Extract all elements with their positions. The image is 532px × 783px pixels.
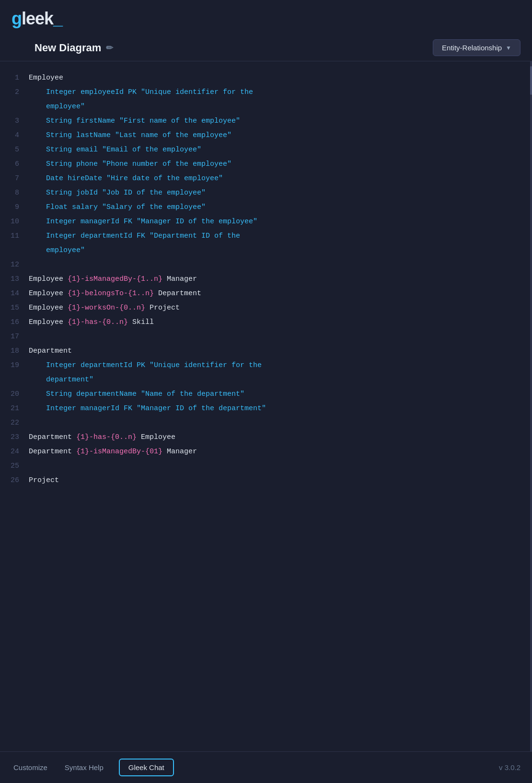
line-content: Employee [29,72,532,84]
code-token: Integer departmentId FK "Department ID o… [29,232,227,240]
line-content: Department {1}-isManagedBy-{01} Manager [29,446,532,458]
code-token: Float salary "Salary of the employee" [29,203,206,211]
code-token: String phone "Phone number of the employ… [29,160,231,168]
line-number: 21 [0,403,29,415]
code-editor[interactable]: 1Employee2 Integer employeeId PK "Unique… [0,61,532,751]
code-token: Employee [29,289,68,298]
line-content: department" [29,374,532,386]
table-row: 1Employee [0,71,532,85]
table-row: employee" [0,243,532,258]
code-token: Integer departmentId PK "Unique identifi… [29,361,249,369]
scroll-thumb [530,66,532,95]
line-content: String phone "Phone number of the employ… [29,158,532,171]
code-token: {1}-has-{0..n} [76,433,137,441]
line-number: 11 [0,230,29,242]
code-token: the [240,88,253,96]
line-content: Department {1}-has-{0..n} Employee [29,431,532,444]
code-token: Manager [162,275,197,283]
scrollbar[interactable] [530,61,532,751]
logo-text: gleek_ [12,9,62,29]
table-row: 3 String firstName "First name of the em… [0,114,532,128]
code-token: Skill [128,318,154,326]
line-content: Integer departmentId FK "Department ID o… [29,230,532,242]
logo: gleek_ [12,9,62,29]
table-row: 17 [0,330,532,344]
line-number: 13 [0,273,29,286]
diagram-title-text: New Diagram [35,42,101,54]
code-token: {1}-worksOn-{0..n} [68,304,145,312]
logo-rest: leek [22,9,53,28]
table-row: 26Project [0,473,532,488]
code-token: employee" [29,246,85,254]
code-token: Department [154,289,201,298]
code-lines: 1Employee2 Integer employeeId PK "Unique… [0,71,532,488]
line-number: 24 [0,446,29,458]
edit-icon[interactable]: ✏ [106,43,113,53]
code-token: Integer employeeId PK "Unique identifier… [29,88,240,96]
line-number: 16 [0,316,29,329]
code-token: Project [29,476,59,484]
line-number: 26 [0,474,29,487]
code-token: {1}-has-{0..n} [68,318,128,326]
line-content: String jobId "Job ID of the employee" [29,187,532,199]
diagram-title: New Diagram ✏ [35,42,113,54]
line-content: String firstName "First name of the empl… [29,115,532,127]
code-token: Integer managerId FK "Manager ID of the … [29,218,257,226]
code-token: String lastName "Last name of the employ… [29,131,231,139]
footer: Customize Syntax Help Gleek Chat v 3.0.2 [0,751,532,783]
code-token: String email "Email of the employee" [29,146,201,154]
table-row: 18Department [0,344,532,358]
code-token: Department [29,448,76,456]
table-row: 7 Date hireDate "Hire date of the employ… [0,172,532,186]
syntax-help-button[interactable]: Syntax Help [63,760,105,775]
line-content: String departmentName "Name of the depar… [29,388,532,401]
line-number: 19 [0,359,29,372]
line-content: Employee {1}-worksOn-{0..n} Project [29,302,532,314]
line-number: 18 [0,345,29,357]
code-token: String departmentName "Name of [29,390,180,398]
line-content: Employee {1}-isManagedBy-{1..n} Manager [29,273,532,286]
diagram-type-button[interactable]: Entity-Relationship ▼ [433,39,520,56]
table-row: 15Employee {1}-worksOn-{0..n} Project [0,301,532,315]
table-row: 21 Integer managerId FK "Manager ID of t… [0,402,532,416]
table-row: 10 Integer managerId FK "Manager ID of t… [0,215,532,229]
line-number: 12 [0,259,29,271]
line-content: employee" [29,101,532,113]
line-number: 23 [0,431,29,444]
line-content: Integer employeeId PK "Unique identifier… [29,86,532,99]
line-number: 17 [0,331,29,343]
code-token: the [227,232,240,240]
code-token: String firstName "First name of [29,117,184,125]
line-content: employee" [29,244,532,257]
customize-button[interactable]: Customize [12,760,49,775]
table-row: 13Employee {1}-isManagedBy-{1..n} Manage… [0,272,532,287]
table-row: 9 Float salary "Salary of the employee" [0,200,532,215]
logo-g: g [12,9,22,28]
code-token: {1}-isManagedBy-{01} [76,448,162,456]
gleek-chat-button[interactable]: Gleek Chat [119,759,174,776]
line-content: Project [29,474,532,487]
code-token: department" [29,376,93,384]
line-number: 7 [0,173,29,185]
code-token: the [249,361,262,369]
code-token: {1}-belongsTo-{1..n} [68,289,154,298]
line-number: 15 [0,302,29,314]
code-token: department" [193,390,244,398]
line-content: Integer departmentId PK "Unique identifi… [29,359,532,372]
code-token: Employee [29,275,68,283]
footer-left: Customize Syntax Help Gleek Chat [12,759,174,776]
code-token: employee" [29,103,85,111]
line-number: 4 [0,129,29,142]
table-row: 5 String email "Email of the employee" [0,143,532,157]
line-content: Employee {1}-has-{0..n} Skill [29,316,532,329]
line-number: 14 [0,288,29,300]
code-token: Date hireDate "Hire date of the employee… [29,174,223,183]
line-number: 25 [0,460,29,472]
code-token: Manager [162,448,197,456]
version-text: v 3.0.2 [499,763,520,771]
line-number: 20 [0,388,29,401]
line-number: 22 [0,417,29,429]
code-token: the [184,117,197,125]
line-number: 9 [0,201,29,214]
line-content: Date hireDate "Hire date of the employee… [29,173,532,185]
